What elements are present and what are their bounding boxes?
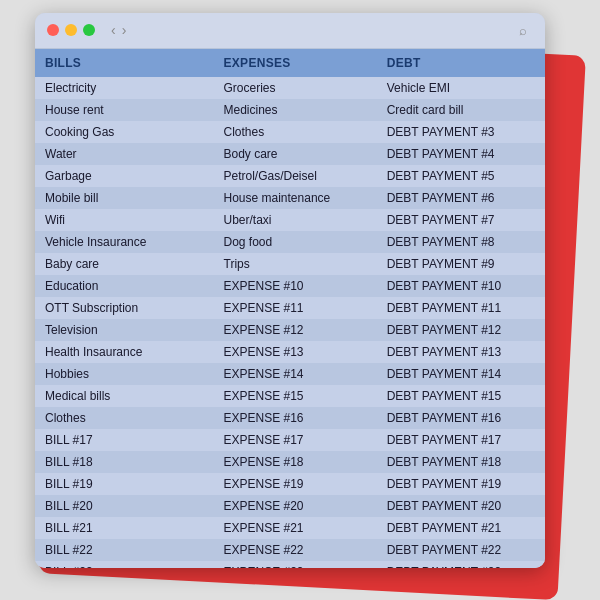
table-cell: DEBT PAYMENT #22 <box>377 539 545 561</box>
table-cell: Groceries <box>214 77 377 99</box>
table-cell: Cooking Gas <box>35 121 214 143</box>
table-cell: Hobbies <box>35 363 214 385</box>
table-cell: Vehicle EMI <box>377 77 545 99</box>
traffic-lights <box>47 24 95 36</box>
table-cell: DEBT PAYMENT #21 <box>377 517 545 539</box>
table-cell: EXPENSE #13 <box>214 341 377 363</box>
minimize-button[interactable] <box>65 24 77 36</box>
table-container[interactable]: BILLS EXPENSES DEBT ElectricityGroceries… <box>35 49 545 568</box>
table-row: BILL #22EXPENSE #22DEBT PAYMENT #22 <box>35 539 545 561</box>
table-row: WifiUber/taxiDEBT PAYMENT #7 <box>35 209 545 231</box>
table-row: Cooking GasClothesDEBT PAYMENT #3 <box>35 121 545 143</box>
table-cell: EXPENSE #12 <box>214 319 377 341</box>
titlebar: ‹ › ⌕ <box>35 13 545 49</box>
table-cell: EXPENSE #11 <box>214 297 377 319</box>
table-cell: Education <box>35 275 214 297</box>
table-row: OTT SubscriptionEXPENSE #11DEBT PAYMENT … <box>35 297 545 319</box>
table-cell: EXPENSE #17 <box>214 429 377 451</box>
table-cell: OTT Subscription <box>35 297 214 319</box>
table-cell: Vehicle Insaurance <box>35 231 214 253</box>
table-row: Mobile billHouse maintenanceDEBT PAYMENT… <box>35 187 545 209</box>
table-cell: DEBT PAYMENT #10 <box>377 275 545 297</box>
table-row: BILL #19EXPENSE #19DEBT PAYMENT #19 <box>35 473 545 495</box>
table-cell: Petrol/Gas/Deisel <box>214 165 377 187</box>
forward-arrow-icon[interactable]: › <box>122 22 127 38</box>
table-cell: EXPENSE #23 <box>214 561 377 568</box>
table-cell: House rent <box>35 99 214 121</box>
close-button[interactable] <box>47 24 59 36</box>
table-row: Medical billsEXPENSE #15DEBT PAYMENT #15 <box>35 385 545 407</box>
table-cell: DEBT PAYMENT #23 <box>377 561 545 568</box>
table-cell: Health Insaurance <box>35 341 214 363</box>
table-row: WaterBody careDEBT PAYMENT #4 <box>35 143 545 165</box>
table-cell: DEBT PAYMENT #15 <box>377 385 545 407</box>
table-row: Health InsauranceEXPENSE #13DEBT PAYMENT… <box>35 341 545 363</box>
table-cell: BILL #18 <box>35 451 214 473</box>
search-icon[interactable]: ⌕ <box>513 20 533 40</box>
table-cell: DEBT PAYMENT #8 <box>377 231 545 253</box>
table-row: Baby careTripsDEBT PAYMENT #9 <box>35 253 545 275</box>
table-cell: Uber/taxi <box>214 209 377 231</box>
table-cell: DEBT PAYMENT #11 <box>377 297 545 319</box>
table-row: BILL #18EXPENSE #18DEBT PAYMENT #18 <box>35 451 545 473</box>
table-cell: Clothes <box>35 407 214 429</box>
table-cell: EXPENSE #15 <box>214 385 377 407</box>
table-header-row: BILLS EXPENSES DEBT <box>35 49 545 77</box>
table-row: GarbagePetrol/Gas/DeiselDEBT PAYMENT #5 <box>35 165 545 187</box>
table-cell: Mobile bill <box>35 187 214 209</box>
table-cell: DEBT PAYMENT #4 <box>377 143 545 165</box>
table-row: HobbiesEXPENSE #14DEBT PAYMENT #14 <box>35 363 545 385</box>
table-cell: House maintenance <box>214 187 377 209</box>
table-cell: DEBT PAYMENT #9 <box>377 253 545 275</box>
nav-arrows: ‹ › <box>111 22 126 38</box>
table-cell: DEBT PAYMENT #7 <box>377 209 545 231</box>
table-cell: EXPENSE #21 <box>214 517 377 539</box>
table-cell: DEBT PAYMENT #6 <box>377 187 545 209</box>
table-cell: EXPENSE #14 <box>214 363 377 385</box>
table-cell: BILL #23 <box>35 561 214 568</box>
table-cell: Trips <box>214 253 377 275</box>
table-cell: DEBT PAYMENT #12 <box>377 319 545 341</box>
table-cell: Water <box>35 143 214 165</box>
table-row: House rentMedicinesCredit card bill <box>35 99 545 121</box>
header-expenses: EXPENSES <box>214 49 377 77</box>
table-cell: Baby care <box>35 253 214 275</box>
table-cell: BILL #20 <box>35 495 214 517</box>
table-row: ElectricityGroceriesVehicle EMI <box>35 77 545 99</box>
budget-table: BILLS EXPENSES DEBT ElectricityGroceries… <box>35 49 545 568</box>
app-window: ‹ › ⌕ BILLS EXPENSES DEBT ElectricityGro… <box>35 13 545 568</box>
table-cell: DEBT PAYMENT #3 <box>377 121 545 143</box>
table-cell: EXPENSE #19 <box>214 473 377 495</box>
table-cell: BILL #17 <box>35 429 214 451</box>
table-cell: BILL #21 <box>35 517 214 539</box>
table-cell: DEBT PAYMENT #5 <box>377 165 545 187</box>
table-cell: BILL #19 <box>35 473 214 495</box>
table-cell: DEBT PAYMENT #17 <box>377 429 545 451</box>
back-arrow-icon[interactable]: ‹ <box>111 22 116 38</box>
table-cell: EXPENSE #22 <box>214 539 377 561</box>
header-bills: BILLS <box>35 49 214 77</box>
table-row: BILL #21EXPENSE #21DEBT PAYMENT #21 <box>35 517 545 539</box>
table-cell: EXPENSE #20 <box>214 495 377 517</box>
table-cell: EXPENSE #16 <box>214 407 377 429</box>
table-cell: DEBT PAYMENT #13 <box>377 341 545 363</box>
header-debt: DEBT <box>377 49 545 77</box>
table-cell: EXPENSE #10 <box>214 275 377 297</box>
table-cell: Wifi <box>35 209 214 231</box>
table-cell: Medicines <box>214 99 377 121</box>
table-row: EducationEXPENSE #10DEBT PAYMENT #10 <box>35 275 545 297</box>
table-cell: DEBT PAYMENT #18 <box>377 451 545 473</box>
table-row: BILL #23EXPENSE #23DEBT PAYMENT #23 <box>35 561 545 568</box>
maximize-button[interactable] <box>83 24 95 36</box>
table-cell: Clothes <box>214 121 377 143</box>
table-cell: DEBT PAYMENT #16 <box>377 407 545 429</box>
table-row: TelevisionEXPENSE #12DEBT PAYMENT #12 <box>35 319 545 341</box>
table-cell: DEBT PAYMENT #20 <box>377 495 545 517</box>
table-cell: Garbage <box>35 165 214 187</box>
table-cell: BILL #22 <box>35 539 214 561</box>
table-cell: Credit card bill <box>377 99 545 121</box>
table-cell: Dog food <box>214 231 377 253</box>
table-row: Vehicle InsauranceDog foodDEBT PAYMENT #… <box>35 231 545 253</box>
table-cell: Electricity <box>35 77 214 99</box>
table-cell: DEBT PAYMENT #14 <box>377 363 545 385</box>
